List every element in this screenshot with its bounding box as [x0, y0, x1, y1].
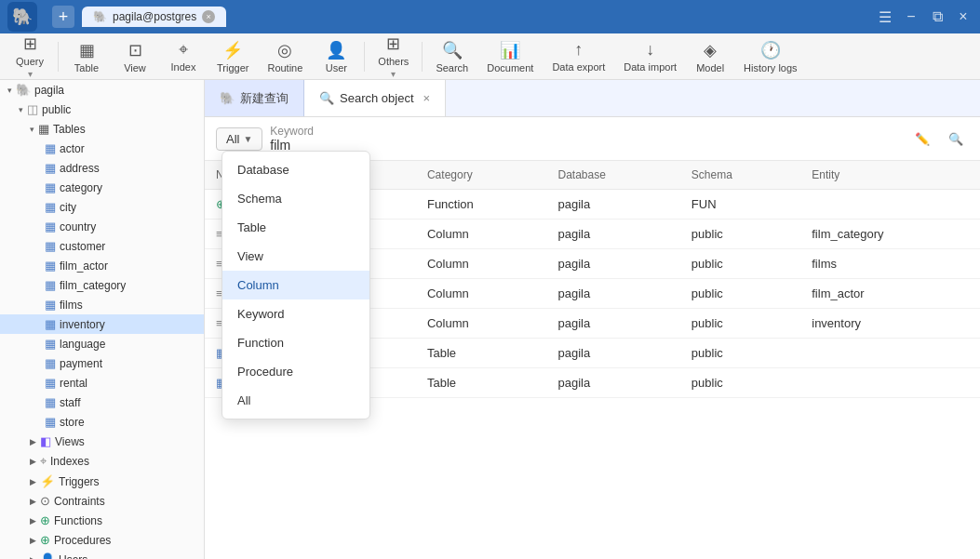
dropdown-item-database[interactable]: Database — [222, 155, 369, 184]
toolbar-item-document[interactable]: 📊Document — [479, 36, 541, 77]
sidebar-item-staff[interactable]: ▦staff — [0, 393, 204, 412]
sidebar-item-rental[interactable]: ▦rental — [0, 373, 204, 393]
result-schema-cell: public — [680, 220, 800, 249]
sidebar-item-language[interactable]: ▦language — [0, 334, 204, 353]
sidebar-item-procedures[interactable]: ▶⊕Procedures — [0, 530, 204, 550]
close-tab-button[interactable]: × — [202, 10, 215, 23]
minimize-button[interactable]: − — [902, 7, 920, 26]
result-category-cell: Table — [416, 368, 547, 398]
toolbar-item-view[interactable]: ⊡View — [113, 36, 157, 77]
toolbar-item-search[interactable]: 🔍Search — [428, 36, 476, 77]
user-label: User — [326, 62, 347, 73]
others-dropdown-arrow: ▾ — [391, 69, 396, 79]
keyword-label: Keyword — [270, 125, 902, 138]
sidebar-item-indexes[interactable]: ▶⌖Indexes — [0, 451, 204, 472]
new-tab-button[interactable]: + — [52, 6, 74, 28]
toolbar-item-model[interactable]: ◈Model — [688, 36, 732, 77]
edit-button[interactable]: ✏️ — [909, 126, 935, 152]
main-layout: ▾🐘pagila▾◫public▾▦Tables▦actor▦address▦c… — [0, 80, 980, 559]
dropdown-item-function[interactable]: Function — [222, 328, 369, 357]
public-arrow-icon: ▾ — [19, 105, 23, 114]
dropdown-item-column[interactable]: Column — [222, 271, 369, 299]
toolbar-item-data_export[interactable]: ↑Data export — [544, 36, 612, 76]
sidebar-item-city[interactable]: ▦city — [0, 197, 204, 217]
filter-dropdown[interactable]: All ▼ — [216, 127, 262, 151]
customer-type-icon: ▦ — [45, 239, 56, 253]
sidebar-item-customer[interactable]: ▦customer — [0, 236, 204, 256]
col-header-entity: Entity — [800, 161, 980, 190]
functions-label: Functions — [54, 514, 102, 527]
sidebar-item-store[interactable]: ▦store — [0, 412, 204, 432]
routine-icon: ◎ — [277, 40, 292, 60]
dropdown-item-table[interactable]: Table — [222, 213, 369, 242]
toolbar-item-query[interactable]: ⊞Query▾ — [7, 30, 52, 83]
sidebar-item-country[interactable]: ▦country — [0, 217, 204, 236]
close-search-tab[interactable]: × — [423, 91, 431, 105]
toolbar-item-table[interactable]: ▦Table — [64, 36, 109, 77]
menu-button[interactable]: ☰ — [876, 7, 894, 26]
new-query-tab[interactable]: 🐘 新建查询 — [205, 80, 304, 116]
search-object-tab[interactable]: 🔍 Search object × — [304, 80, 446, 116]
sidebar-item-contraints[interactable]: ▶⊙Contraints — [0, 491, 204, 511]
sidebar-item-users[interactable]: ▶👤Users — [0, 550, 204, 559]
toolbar-item-trigger[interactable]: ⚡Trigger — [209, 36, 256, 77]
result-database-cell: pagila — [546, 190, 679, 220]
view-label: View — [124, 62, 146, 73]
toolbar-separator-0 — [58, 42, 59, 72]
toolbar-item-data_import[interactable]: ↓Data import — [616, 36, 684, 76]
document-icon: 📊 — [500, 40, 520, 60]
toolbar: ⊞Query▾▦Table⊡View⌖Index⚡Trigger◎Routine… — [0, 33, 980, 80]
indexes-label: Indexes — [50, 455, 89, 468]
sidebar-item-tables[interactable]: ▾▦Tables — [0, 119, 204, 139]
result-entity-cell: film_category — [800, 220, 980, 249]
search-execute-button[interactable]: 🔍 — [943, 126, 969, 152]
dropdown-item-all[interactable]: All — [222, 386, 369, 415]
toolbar-item-routine[interactable]: ◎Routine — [260, 36, 310, 77]
sidebar-item-actor[interactable]: ▦actor — [0, 139, 204, 158]
toolbar-item-index[interactable]: ⌖Index — [161, 36, 206, 76]
sidebar-item-category[interactable]: ▦category — [0, 178, 204, 197]
close-button[interactable]: × — [954, 7, 973, 26]
sidebar-item-views[interactable]: ▶◧Views — [0, 432, 204, 451]
result-entity-cell: films — [800, 249, 980, 279]
result-database-cell: pagila — [546, 368, 679, 398]
result-schema-cell: public — [680, 339, 800, 368]
index-icon: ⌖ — [179, 40, 188, 60]
app-icon: 🐘 — [7, 2, 37, 32]
result-schema-cell: public — [680, 368, 800, 398]
dropdown-item-keyword[interactable]: Keyword — [222, 299, 369, 328]
maximize-button[interactable]: ⧉ — [928, 7, 946, 26]
public-type-icon: ◫ — [27, 102, 38, 116]
toolbar-separator-6 — [364, 42, 365, 72]
result-database-cell: pagila — [546, 220, 679, 249]
search-label: Search — [436, 62, 468, 73]
sidebar-item-pagila[interactable]: ▾🐘pagila — [0, 80, 204, 100]
dropdown-item-view[interactable]: View — [222, 242, 369, 271]
category-label: category — [60, 181, 102, 194]
result-entity-cell — [800, 368, 980, 398]
db-tab[interactable]: 🐘 pagila@postgres × — [82, 7, 226, 27]
toolbar-item-history_logs[interactable]: 🕐History logs — [736, 36, 804, 77]
new-query-icon: 🐘 — [220, 91, 235, 105]
toolbar-item-user[interactable]: 👤User — [314, 36, 358, 77]
sidebar-item-films[interactable]: ▦films — [0, 295, 204, 314]
sidebar-item-public[interactable]: ▾◫public — [0, 100, 204, 119]
sidebar-item-address[interactable]: ▦address — [0, 158, 204, 178]
sidebar-item-film_actor[interactable]: ▦film_actor — [0, 256, 204, 275]
result-category-cell: Column — [416, 309, 547, 339]
country-type-icon: ▦ — [45, 220, 56, 233]
data_import-icon: ↓ — [646, 40, 654, 60]
history_logs-icon: 🕐 — [760, 40, 781, 60]
dropdown-item-schema[interactable]: Schema — [222, 184, 369, 213]
procedures-label: Procedures — [54, 534, 111, 547]
routine-label: Routine — [267, 62, 302, 73]
dropdown-item-procedure[interactable]: Procedure — [222, 357, 369, 386]
sidebar-item-inventory[interactable]: ▦inventory — [0, 314, 204, 334]
sidebar-item-film_category[interactable]: ▦film_category — [0, 275, 204, 295]
result-schema-cell: FUN — [680, 190, 800, 220]
sidebar-item-triggers[interactable]: ▶⚡Triggers — [0, 472, 204, 491]
sidebar-item-payment[interactable]: ▦payment — [0, 353, 204, 373]
sidebar-item-functions[interactable]: ▶⊕Functions — [0, 511, 204, 530]
titlebar-left: 🐘 + 🐘 pagila@postgres × — [7, 2, 226, 32]
toolbar-item-others[interactable]: ⊞Others▾ — [370, 30, 416, 83]
